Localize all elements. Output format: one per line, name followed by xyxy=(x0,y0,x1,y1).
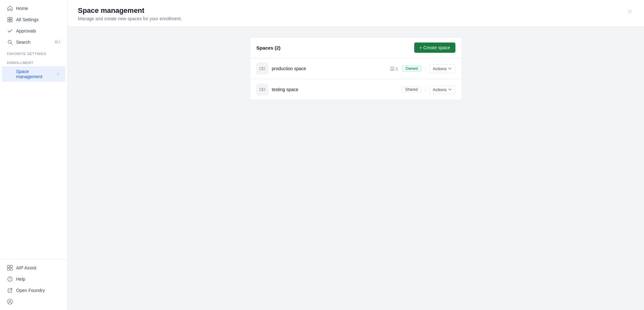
page-header-text: Space management Manage and create new s… xyxy=(78,6,182,21)
testing-actions-chevron xyxy=(448,88,452,91)
page-title: Space management xyxy=(78,6,182,15)
svg-rect-1 xyxy=(10,17,12,19)
production-badge: Owned xyxy=(402,65,421,72)
sidebar-item-home-label: Home xyxy=(16,6,28,11)
section-enrollment: ENROLLMENT xyxy=(0,57,67,66)
testing-actions-button[interactable]: Actions xyxy=(429,85,455,94)
user-profile-item[interactable] xyxy=(2,296,65,307)
check-icon xyxy=(7,28,13,34)
page-favorite-button[interactable]: ☆ xyxy=(626,6,634,16)
svg-text:?: ? xyxy=(9,277,11,281)
favorite-star-icon[interactable]: ☆ xyxy=(56,71,60,77)
svg-rect-16 xyxy=(263,67,265,70)
sidebar-item-space-management-label: Space management xyxy=(16,69,53,79)
svg-rect-15 xyxy=(260,67,262,70)
page-header: Space management Manage and create new s… xyxy=(68,0,644,27)
sidebar-item-all-settings-label: All Settings xyxy=(16,17,39,22)
svg-point-9 xyxy=(10,268,13,270)
page-subtitle: Manage and create new spaces for your en… xyxy=(78,16,182,21)
sidebar-item-search[interactable]: Search ⌘J xyxy=(2,37,65,48)
sidebar-item-approvals[interactable]: Approvals xyxy=(2,25,65,36)
production-space-count: 1 xyxy=(390,66,398,71)
production-link-icon xyxy=(259,66,265,71)
section-favorite-settings: FAVORITE SETTINGS xyxy=(0,48,67,57)
sidebar: Home All Settings Approvals xyxy=(0,0,68,310)
testing-badge: Shared xyxy=(402,86,421,93)
search-icon xyxy=(7,39,13,45)
testing-link-icon xyxy=(259,87,265,92)
sidebar-bottom: AIP Assist ? Help Open Foundry xyxy=(0,259,67,310)
sidebar-item-all-settings[interactable]: All Settings xyxy=(2,14,65,25)
svg-rect-20 xyxy=(263,88,265,91)
production-actions-button[interactable]: Actions xyxy=(429,64,455,73)
sidebar-item-help[interactable]: ? Help xyxy=(2,274,65,285)
divider-testing xyxy=(425,86,425,93)
aip-icon xyxy=(7,265,13,271)
open-foundry-label: Open Foundry xyxy=(16,288,45,293)
create-space-button[interactable]: + Create space xyxy=(414,42,455,53)
production-actions-label: Actions xyxy=(433,66,447,71)
svg-rect-0 xyxy=(8,17,10,19)
svg-line-5 xyxy=(11,43,12,44)
user-icon xyxy=(7,299,13,305)
sidebar-item-open-foundry[interactable]: Open Foundry xyxy=(2,285,65,296)
search-shortcut: ⌘J xyxy=(54,40,60,44)
testing-space-meta: Shared Actions xyxy=(402,85,455,94)
production-count-value: 1 xyxy=(396,66,398,71)
page-body: Spaces (2) + Create space production spa… xyxy=(68,27,644,310)
page-header-right: ☆ xyxy=(626,6,634,16)
svg-line-12 xyxy=(10,288,12,291)
production-space-meta: 1 Owned Actions xyxy=(390,64,455,73)
production-space-name: production space xyxy=(272,66,386,71)
svg-rect-2 xyxy=(8,20,10,22)
sidebar-item-aip-assist[interactable]: AIP Assist xyxy=(2,262,65,273)
space-row-production: production space 1 Owned xyxy=(250,58,462,79)
svg-rect-19 xyxy=(260,88,262,91)
building-icon xyxy=(390,66,395,71)
grid-icon xyxy=(7,17,13,23)
production-space-icon-wrap xyxy=(257,63,268,74)
spaces-card: Spaces (2) + Create space production spa… xyxy=(250,37,462,100)
sidebar-search-label: Search xyxy=(16,40,30,45)
space-management-icon xyxy=(7,71,13,77)
main-content: Space management Manage and create new s… xyxy=(68,0,644,310)
external-link-icon xyxy=(7,287,13,293)
spaces-count-title: Spaces (2) xyxy=(257,45,281,51)
sidebar-item-home[interactable]: Home xyxy=(2,3,65,14)
aip-assist-label: AIP Assist xyxy=(16,265,36,270)
svg-rect-8 xyxy=(7,268,10,270)
production-actions-chevron xyxy=(448,67,452,70)
sidebar-item-space-management[interactable]: Space management ☆ xyxy=(2,66,65,82)
space-row-testing: testing space Shared Actions xyxy=(250,79,462,100)
spaces-card-header: Spaces (2) + Create space xyxy=(250,37,462,58)
testing-space-icon-wrap xyxy=(257,84,268,95)
help-icon: ? xyxy=(7,276,13,282)
home-icon xyxy=(7,5,13,11)
help-label: Help xyxy=(16,277,25,282)
svg-rect-3 xyxy=(10,20,12,22)
testing-actions-label: Actions xyxy=(433,87,447,92)
divider-production xyxy=(425,65,425,72)
testing-space-name: testing space xyxy=(272,87,398,92)
svg-rect-7 xyxy=(10,265,13,268)
sidebar-item-approvals-label: Approvals xyxy=(16,28,36,33)
svg-point-14 xyxy=(9,300,11,302)
svg-rect-6 xyxy=(7,265,10,268)
